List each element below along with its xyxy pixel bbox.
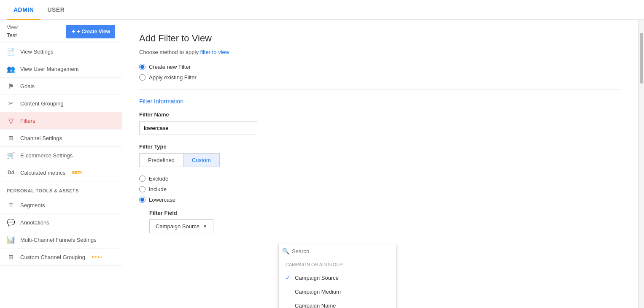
filter-type-buttons: Predefined Custom [139, 153, 621, 167]
exclude-radio[interactable]: Exclude [139, 176, 621, 182]
right-scrollbar[interactable] [638, 20, 644, 308]
users-icon: 👥 [7, 65, 15, 73]
beta-badge: BETA [92, 255, 102, 259]
lowercase-label: Lowercase [149, 197, 175, 203]
filter-field-dropdown-panel: 🔍 CAMPAIGN OR ADGROUP ✓ Campaign Source … [278, 244, 396, 308]
main-content: Add Filter to View Choose method to appl… [122, 20, 638, 308]
filter-type-label: Filter Type [139, 143, 621, 150]
custom-btn[interactable]: Custom [183, 153, 220, 167]
plus-icon: + [71, 28, 75, 35]
filter-icon: ▽ [7, 116, 15, 125]
section-divider-1 [139, 89, 621, 89]
lowercase-radio[interactable]: Lowercase [139, 197, 621, 203]
exclude-label: Exclude [149, 176, 168, 182]
sidebar-item-label: Channel Settings [20, 135, 62, 141]
nav-admin[interactable]: ADMIN [7, 0, 40, 20]
include-radio-input[interactable] [139, 186, 146, 192]
sidebar-item-goals[interactable]: ⚑ Goals [0, 78, 122, 95]
sidebar-item-content-grouping[interactable]: ✂ Content Grouping [0, 95, 122, 112]
filter-type-section: Filter Type Predefined Custom [139, 143, 621, 167]
apply-existing-radio-label: Apply existing Filter [149, 74, 197, 81]
scrollbar-thumb[interactable] [640, 33, 643, 84]
top-navigation: ADMIN USER [0, 0, 644, 20]
sidebar-item-label: Goals [20, 83, 35, 89]
sidebar-item-label: Content Grouping [20, 100, 64, 107]
dropdown-item-campaign-medium[interactable]: Campaign Medium [279, 285, 396, 299]
sidebar-item-custom-channel[interactable]: ⊞ Custom Channel Grouping BETA [0, 249, 122, 266]
scissors-icon: ✂ [7, 99, 15, 108]
check-icon: ✓ [286, 275, 291, 281]
method-radio-group: Create new Filter Apply existing Filter [139, 64, 621, 81]
dropdown-item-campaign-source[interactable]: ✓ Campaign Source [279, 271, 396, 285]
filter-field-label: Filter Field [149, 210, 621, 216]
create-new-radio-label: Create new Filter [149, 64, 191, 70]
dropdown-item-campaign-name[interactable]: Campaign Name [279, 299, 396, 308]
sidebar-view-header: View Test + + Create View [0, 20, 122, 43]
dropdown-item-label: Campaign Source [295, 275, 339, 281]
custom-options: Exclude Include Lowercase [139, 176, 621, 203]
sidebar-item-view-settings[interactable]: 📄 View Settings [0, 43, 122, 60]
sidebar-item-segments[interactable]: ≡ Segments [0, 197, 122, 214]
sidebar-item-view-user-management[interactable]: 👥 View User Management [0, 60, 122, 78]
nav-user[interactable]: USER [40, 0, 71, 20]
sidebar-item-label: Annotations [20, 219, 49, 226]
sidebar-item-label: Multi-Channel Funnels Settings [20, 237, 97, 243]
multi-channel-icon: 📊 [7, 235, 15, 244]
sidebar-item-channel-settings[interactable]: ⊞ Channel Settings [0, 130, 122, 147]
sidebar: View Test + + Create View 📄 View Setting… [0, 20, 122, 308]
sidebar-item-filters[interactable]: ▽ Filters [0, 112, 122, 130]
sidebar-item-label: View User Management [20, 66, 79, 72]
cart-icon: 🛒 [7, 151, 15, 159]
dropdown-list: CAMPAIGN OR ADGROUP ✓ Campaign Source Ca… [279, 258, 396, 308]
personal-section-header: PERSONAL TOOLS & ASSETS [0, 185, 122, 197]
dropdown-search-input[interactable] [292, 248, 393, 254]
filter-name-input[interactable] [139, 121, 257, 135]
page-title: Add Filter to View [139, 33, 621, 44]
create-new-radio-input[interactable] [139, 64, 146, 70]
sidebar-item-label: View Settings [20, 49, 54, 55]
flag-icon: ⚑ [7, 82, 15, 90]
annotations-icon: 💬 [7, 218, 15, 227]
main-layout: View Test + + Create View 📄 View Setting… [0, 20, 644, 308]
page-subtitle: Choose method to apply filter to view [139, 49, 621, 55]
document-icon: 📄 [7, 47, 15, 56]
exclude-radio-input[interactable] [139, 176, 146, 182]
search-icon: 🔍 [282, 248, 289, 254]
dropdown-selected-value: Campaign Source [156, 223, 199, 230]
apply-existing-radio-input[interactable] [139, 74, 146, 81]
sidebar-view-info: View Test [7, 24, 18, 38]
sidebar-item-label: Custom Channel Grouping [20, 254, 85, 260]
sidebar-item-label: Calculated metrics [20, 170, 65, 176]
include-radio[interactable]: Include [139, 186, 621, 192]
filter-link[interactable]: filter to view [200, 49, 229, 55]
beta-badge: BETA [72, 170, 82, 175]
campaign-source-dropdown[interactable]: Campaign Source ▼ [149, 219, 213, 233]
filter-field-section: Filter Field Campaign Source ▼ [149, 210, 621, 233]
predefined-btn[interactable]: Predefined [139, 153, 183, 167]
include-label: Include [149, 186, 167, 192]
sidebar-item-multi-channel[interactable]: 📊 Multi-Channel Funnels Settings [0, 231, 122, 249]
filter-name-label: Filter Name [139, 111, 621, 118]
create-view-button[interactable]: + + Create View [66, 25, 115, 38]
create-view-label: + Create View [77, 29, 110, 35]
dropdown-group-header: CAMPAIGN OR ADGROUP [279, 258, 396, 271]
apply-existing-radio[interactable]: Apply existing Filter [139, 74, 621, 81]
channel-icon: ⊞ [7, 134, 15, 142]
calc-icon: Dd [7, 168, 15, 177]
custom-channel-icon: ⊞ [7, 253, 15, 261]
lowercase-radio-input[interactable] [139, 197, 146, 203]
dropdown-item-label: Campaign Medium [295, 289, 341, 295]
create-new-radio[interactable]: Create new Filter [139, 64, 621, 70]
dropdown-item-label: Campaign Name [295, 303, 336, 308]
sidebar-item-label: Filters [20, 118, 35, 124]
chevron-down-icon: ▼ [203, 224, 207, 229]
sidebar-item-annotations[interactable]: 💬 Annotations [0, 214, 122, 231]
sidebar-item-calculated-metrics[interactable]: Dd Calculated metrics BETA [0, 164, 122, 181]
dropdown-search-container: 🔍 [279, 244, 396, 258]
sidebar-view-name: Test [7, 32, 18, 38]
sidebar-item-label: E-commerce Settings [20, 152, 73, 159]
sidebar-item-ecommerce-settings[interactable]: 🛒 E-commerce Settings [0, 147, 122, 164]
sidebar-view-label: View [7, 24, 18, 30]
segments-icon: ≡ [7, 201, 15, 209]
filter-info-title: Filter Information [139, 98, 621, 105]
